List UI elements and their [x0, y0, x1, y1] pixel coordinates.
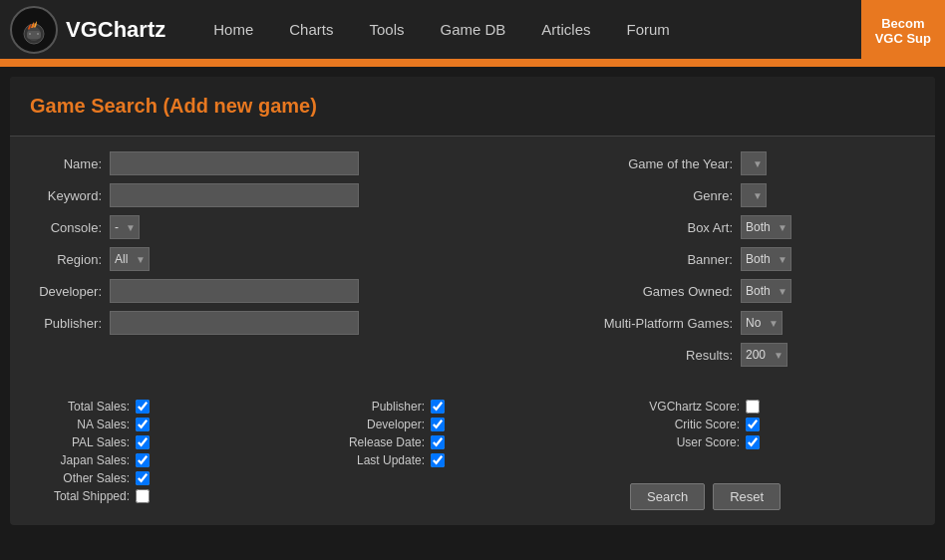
region-select[interactable]: All: [110, 247, 150, 271]
region-select-wrapper: All: [110, 247, 150, 271]
keyword-label: Keyword:: [30, 188, 110, 203]
nav-gamedb[interactable]: Game DB: [422, 1, 523, 58]
check-row-criticscore: Critic Score:: [630, 418, 905, 431]
gamesowned-select[interactable]: Both: [741, 279, 791, 303]
orange-bar: [0, 62, 945, 67]
totalshipped-label: Total Shipped:: [40, 489, 130, 503]
boxart-row: Box Art: Both: [596, 215, 915, 239]
userscore-label: User Score:: [630, 435, 740, 449]
page-banner: Game Search (Add new game): [10, 77, 935, 137]
logo-icon: [10, 6, 58, 54]
goty-label: Game of the Year:: [596, 156, 741, 171]
developer-checkbox[interactable]: [431, 418, 445, 431]
results-select-wrapper: 200: [741, 343, 788, 367]
checkbox-col-3: VGChartz Score: Critic Score: User Score…: [620, 400, 915, 510]
palsales-label: PAL Sales:: [40, 435, 130, 449]
check-row-japansales: Japan Sales:: [40, 453, 315, 467]
multiplatform-select[interactable]: No: [741, 311, 783, 335]
check-row-totalsales: Total Sales:: [40, 400, 315, 414]
nav-forum[interactable]: Forum: [609, 1, 688, 58]
keyword-input[interactable]: [110, 183, 359, 207]
check-row-userscore: User Score:: [630, 435, 905, 449]
nasales-checkbox[interactable]: [136, 418, 150, 431]
checkboxes-section: Total Sales: NA Sales: PAL Sales: Japan …: [10, 390, 935, 525]
goty-row: Game of the Year:: [596, 151, 915, 175]
publisher-checkbox[interactable]: [431, 400, 445, 414]
totalsales-label: Total Sales:: [40, 400, 130, 414]
developer-row: Developer:: [30, 279, 566, 303]
results-label: Results:: [596, 348, 741, 363]
othersales-label: Other Sales:: [40, 471, 130, 485]
releasedate-checkbox[interactable]: [431, 435, 445, 449]
nasales-label: NA Sales:: [40, 418, 130, 431]
region-row: Region: All: [30, 247, 566, 271]
main-content: Game Search (Add new game) Name: Keyword…: [10, 77, 935, 525]
lastupdate-checkbox[interactable]: [431, 453, 445, 467]
console-row: Console: -: [30, 215, 566, 239]
nav-home[interactable]: Home: [195, 1, 271, 58]
releasedate-label: Release Date:: [335, 435, 425, 449]
checkbox-col-3-checks: VGChartz Score: Critic Score: User Score…: [630, 400, 905, 453]
genre-select-wrapper: [741, 183, 767, 207]
left-column: Name: Keyword: Console: - Region:: [30, 151, 566, 375]
genre-select[interactable]: [741, 183, 767, 207]
criticscore-checkbox[interactable]: [746, 418, 760, 431]
goty-select[interactable]: [741, 151, 767, 175]
console-select[interactable]: -: [110, 215, 140, 239]
gamesowned-select-wrapper: Both: [741, 279, 791, 303]
check-row-releasedate: Release Date:: [335, 435, 610, 449]
become-button[interactable]: Becom VGC Sup: [861, 0, 945, 62]
results-select[interactable]: 200: [741, 343, 788, 367]
japansales-checkbox[interactable]: [136, 453, 150, 467]
console-label: Console:: [30, 220, 110, 235]
japansales-label: Japan Sales:: [40, 453, 130, 467]
gamesowned-row: Games Owned: Both: [596, 279, 915, 303]
vgchartzscore-checkbox[interactable]: [746, 400, 760, 414]
check-row-publisher: Publisher:: [335, 400, 610, 414]
check-row-vgchartzcore: VGChartz Score:: [630, 400, 905, 414]
buttons-row: Search Reset: [630, 453, 905, 510]
palsales-checkbox[interactable]: [136, 435, 150, 449]
developer-input[interactable]: [110, 279, 359, 303]
othersales-checkbox[interactable]: [136, 471, 150, 485]
name-input[interactable]: [110, 151, 359, 175]
form-area: Name: Keyword: Console: - Region:: [10, 137, 935, 390]
totalsales-checkbox[interactable]: [136, 400, 150, 414]
goty-select-wrapper: [741, 151, 767, 175]
page-title: Game Search (Add new game): [30, 95, 915, 118]
check-row-nasales: NA Sales:: [40, 418, 315, 431]
developer-check-label: Developer:: [335, 418, 425, 431]
nav-tools[interactable]: Tools: [351, 1, 422, 58]
gamesowned-label: Games Owned:: [596, 284, 741, 299]
logo-area: VGChartz: [10, 6, 165, 54]
results-row: Results: 200: [596, 343, 915, 367]
developer-label: Developer:: [30, 284, 110, 299]
nav-charts[interactable]: Charts: [271, 1, 351, 58]
boxart-select[interactable]: Both: [741, 215, 791, 239]
reset-button[interactable]: Reset: [713, 483, 781, 510]
publisher-label: Publisher:: [30, 316, 110, 331]
add-new-game-link[interactable]: Add new game: [169, 95, 310, 117]
totalshipped-checkbox[interactable]: [136, 489, 150, 503]
keyword-row: Keyword:: [30, 183, 566, 207]
multiplatform-select-wrapper: No: [741, 311, 783, 335]
check-row-totalshipped: Total Shipped:: [40, 489, 315, 503]
banner-select[interactable]: Both: [741, 247, 791, 271]
userscore-checkbox[interactable]: [746, 435, 760, 449]
genre-row: Genre:: [596, 183, 915, 207]
banner-row: Banner: Both: [596, 247, 915, 271]
name-row: Name:: [30, 151, 566, 175]
header: VGChartz Home Charts Tools Game DB Artic…: [0, 0, 945, 62]
region-label: Region:: [30, 252, 110, 267]
check-row-lastupdate: Last Update:: [335, 453, 610, 467]
search-button[interactable]: Search: [630, 483, 705, 510]
check-row-othersales: Other Sales:: [40, 471, 315, 485]
right-column: Game of the Year: Genre: Box Art:: [596, 151, 915, 375]
multiplatform-row: Multi-Platform Games: No: [596, 311, 915, 335]
banner-select-wrapper: Both: [741, 247, 791, 271]
nav-articles[interactable]: Articles: [523, 1, 608, 58]
boxart-label: Box Art:: [596, 220, 741, 235]
boxart-select-wrapper: Both: [741, 215, 791, 239]
publisher-input[interactable]: [110, 311, 359, 335]
logo-text: VGChartz: [66, 17, 165, 43]
